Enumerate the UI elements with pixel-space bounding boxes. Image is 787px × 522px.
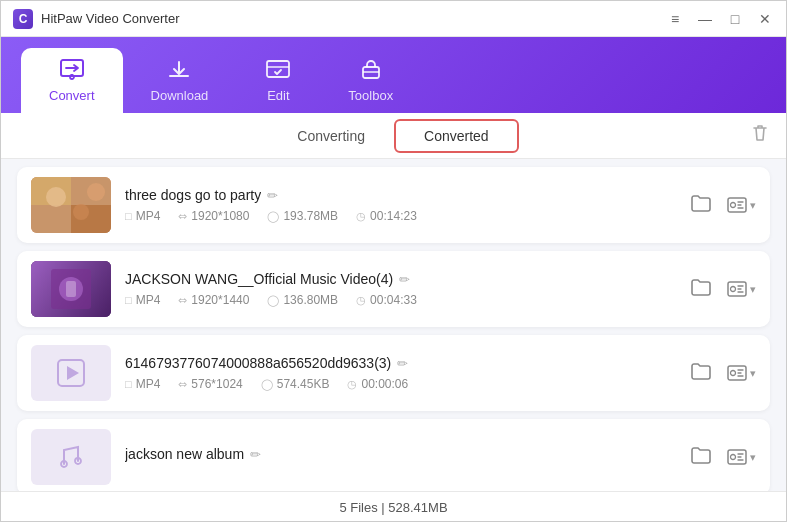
file-card-4: jackson new album ✏ ▾ — [17, 419, 770, 491]
file-name-4: jackson new album — [125, 446, 244, 462]
file-actions-4: ▾ — [686, 441, 756, 474]
open-folder-button-1[interactable] — [686, 189, 716, 222]
convert-icon — [58, 58, 86, 84]
svg-point-10 — [73, 204, 89, 220]
svg-marker-22 — [67, 366, 79, 380]
status-text: 5 Files | 528.41MB — [339, 500, 447, 515]
status-bar: 5 Files | 528.41MB — [1, 491, 786, 522]
tab-converted[interactable]: Converted — [394, 119, 519, 153]
open-folder-button-4[interactable] — [686, 441, 716, 474]
file-meta-2: □ MP4 ⇔ 1920*1440 ◯ 136.80MB ◷ 00:04:33 — [125, 293, 672, 307]
file-thumb-2 — [31, 261, 111, 317]
window-controls: ≡ — □ ✕ — [666, 10, 774, 28]
file-name-row-1: three dogs go to party ✏ — [125, 187, 672, 203]
duration-icon-1: ◷ — [356, 210, 366, 223]
nav-item-toolbox[interactable]: Toolbox — [320, 48, 421, 113]
svg-point-24 — [731, 371, 736, 376]
toolbox-icon — [357, 58, 385, 84]
format-icon-1: □ — [125, 210, 132, 222]
nav-toolbox-label: Toolbox — [348, 88, 393, 103]
file-size-1: ◯ 193.78MB — [267, 209, 338, 223]
maximize-button[interactable]: □ — [726, 10, 744, 28]
file-duration-1: ◷ 00:14:23 — [356, 209, 417, 223]
svg-rect-18 — [66, 281, 76, 297]
nav-download-label: Download — [151, 88, 209, 103]
export-dropdown-3[interactable]: ▾ — [726, 363, 756, 383]
nav-item-edit[interactable]: Edit — [236, 48, 320, 113]
file-resolution-2: ⇔ 1920*1440 — [178, 293, 249, 307]
file-thumb-4 — [31, 429, 111, 485]
export-dropdown-2[interactable]: ▾ — [726, 279, 756, 299]
open-folder-button-2[interactable] — [686, 273, 716, 306]
file-name-1: three dogs go to party — [125, 187, 261, 203]
nav-item-download[interactable]: Download — [123, 48, 237, 113]
file-edit-icon-4[interactable]: ✏ — [250, 447, 261, 462]
title-bar-left: C HitPaw Video Converter — [13, 9, 180, 29]
svg-point-28 — [731, 455, 736, 460]
dropdown-arrow-2: ▾ — [750, 283, 756, 296]
file-name-row-2: JACKSON WANG__Official Music Video(4) ✏ — [125, 271, 672, 287]
file-info-2: JACKSON WANG__Official Music Video(4) ✏ … — [125, 271, 672, 307]
file-edit-icon-3[interactable]: ✏ — [397, 356, 408, 371]
nav-convert-label: Convert — [49, 88, 95, 103]
nav-edit-label: Edit — [267, 88, 289, 103]
dropdown-arrow-1: ▾ — [750, 199, 756, 212]
file-resolution-1: ⇔ 1920*1080 — [178, 209, 249, 223]
open-folder-button-3[interactable] — [686, 357, 716, 390]
svg-point-20 — [731, 287, 736, 292]
file-duration-3: ◷ 00:00:06 — [347, 377, 408, 391]
file-card-1: three dogs go to party ✏ □ MP4 ⇔ 1920*10… — [17, 167, 770, 243]
nav-item-convert[interactable]: Convert — [21, 48, 123, 113]
dropdown-arrow-3: ▾ — [750, 367, 756, 380]
close-button[interactable]: ✕ — [756, 10, 774, 28]
file-thumb-3 — [31, 345, 111, 401]
svg-rect-2 — [267, 61, 289, 77]
tab-converting[interactable]: Converting — [268, 120, 394, 152]
export-dropdown-4[interactable]: ▾ — [726, 447, 756, 467]
file-name-3: 6146793776074000888a656520dd9633(3) — [125, 355, 391, 371]
file-size-3: ◯ 574.45KB — [261, 377, 330, 391]
download-icon — [165, 58, 193, 84]
file-info-1: three dogs go to party ✏ □ MP4 ⇔ 1920*10… — [125, 187, 672, 223]
title-bar: C HitPaw Video Converter ≡ — □ ✕ — [1, 1, 786, 37]
file-format-2: □ MP4 — [125, 293, 160, 307]
file-size-2: ◯ 136.80MB — [267, 293, 338, 307]
app-logo: C — [13, 9, 33, 29]
svg-point-9 — [46, 187, 66, 207]
file-meta-3: □ MP4 ⇔ 576*1024 ◯ 574.45KB ◷ 00:00:06 — [125, 377, 672, 391]
svg-point-11 — [87, 183, 105, 201]
file-info-4: jackson new album ✏ — [125, 446, 672, 468]
nav-bar: Convert Download Edit Tool — [1, 37, 786, 113]
dropdown-arrow-4: ▾ — [750, 451, 756, 464]
tab-bar: Converting Converted — [1, 113, 786, 159]
file-edit-icon-1[interactable]: ✏ — [267, 188, 278, 203]
file-edit-icon-2[interactable]: ✏ — [399, 272, 410, 287]
file-info-3: 6146793776074000888a656520dd9633(3) ✏ □ … — [125, 355, 672, 391]
file-actions-3: ▾ — [686, 357, 756, 390]
svg-point-13 — [731, 203, 736, 208]
content-area: three dogs go to party ✏ □ MP4 ⇔ 1920*10… — [1, 159, 786, 491]
file-thumb-1 — [31, 177, 111, 233]
trash-button[interactable] — [750, 123, 770, 148]
size-icon-1: ◯ — [267, 210, 279, 223]
file-actions-1: ▾ — [686, 189, 756, 222]
file-name-row-3: 6146793776074000888a656520dd9633(3) ✏ — [125, 355, 672, 371]
minimize-button[interactable]: — — [696, 10, 714, 28]
file-resolution-3: ⇔ 576*1024 — [178, 377, 242, 391]
export-dropdown-1[interactable]: ▾ — [726, 195, 756, 215]
file-card-3: 6146793776074000888a656520dd9633(3) ✏ □ … — [17, 335, 770, 411]
file-name-row-4: jackson new album ✏ — [125, 446, 672, 462]
app-title: HitPaw Video Converter — [41, 11, 180, 26]
file-format-3: □ MP4 — [125, 377, 160, 391]
file-card-2: JACKSON WANG__Official Music Video(4) ✏ … — [17, 251, 770, 327]
file-duration-2: ◷ 00:04:33 — [356, 293, 417, 307]
edit-nav-icon — [264, 58, 292, 84]
file-format-1: □ MP4 — [125, 209, 160, 223]
file-name-2: JACKSON WANG__Official Music Video(4) — [125, 271, 393, 287]
resolution-icon-1: ⇔ — [178, 210, 187, 223]
file-meta-1: □ MP4 ⇔ 1920*1080 ◯ 193.78MB ◷ 00:14:23 — [125, 209, 672, 223]
file-actions-2: ▾ — [686, 273, 756, 306]
menu-button[interactable]: ≡ — [666, 10, 684, 28]
